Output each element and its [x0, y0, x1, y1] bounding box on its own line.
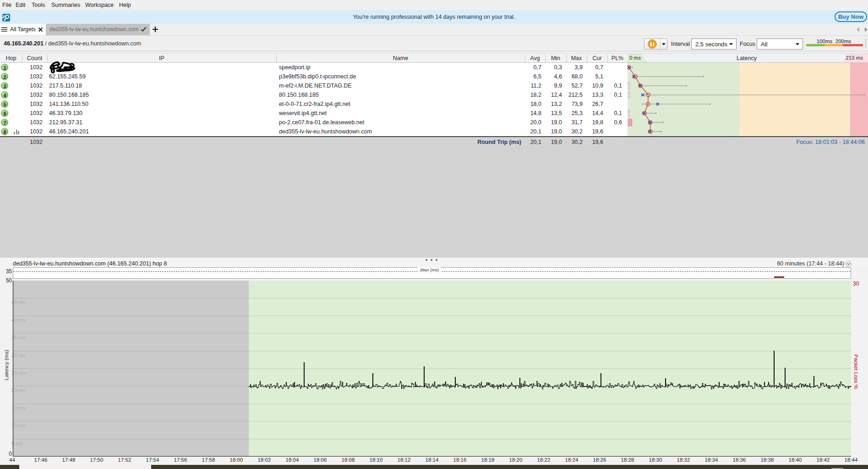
svg-text:45 ms: 45 ms	[11, 299, 26, 305]
svg-text:10 ms: 10 ms	[11, 423, 26, 428]
svg-text:25 ms: 25 ms	[11, 370, 26, 375]
svg-text:15 ms: 15 ms	[11, 405, 26, 411]
svg-text:30 ms: 30 ms	[11, 353, 26, 358]
svg-text:40 ms: 40 ms	[11, 317, 26, 323]
svg-text:20 ms: 20 ms	[11, 387, 26, 393]
svg-text:35 ms: 35 ms	[11, 335, 26, 340]
